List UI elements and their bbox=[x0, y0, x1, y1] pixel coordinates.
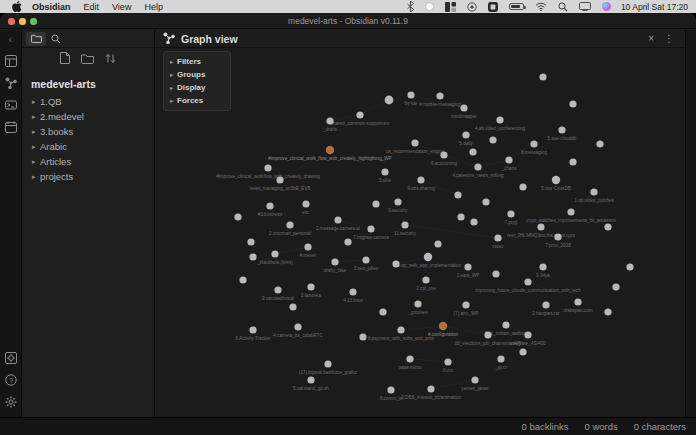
more-options-icon[interactable]: ⋮ bbox=[659, 33, 679, 44]
collapse-arrow-icon[interactable]: ▸ bbox=[32, 98, 40, 106]
quick-switcher-icon[interactable] bbox=[4, 54, 17, 67]
graph-node[interactable] bbox=[554, 233, 561, 240]
tab-search[interactable] bbox=[46, 32, 66, 46]
menu-obsidian[interactable]: Obsidian bbox=[32, 2, 71, 12]
graph-tag-node[interactable] bbox=[326, 146, 334, 154]
graph-node[interactable] bbox=[286, 221, 293, 228]
graph-node[interactable] bbox=[604, 308, 611, 315]
folder-item-3.books[interactable]: ▸3.books bbox=[22, 124, 154, 139]
graph-node[interactable] bbox=[385, 96, 394, 105]
graph-node[interactable] bbox=[496, 116, 503, 123]
graph-node[interactable] bbox=[406, 355, 413, 362]
folder-item-projects[interactable]: ▸projects bbox=[22, 169, 154, 184]
vault-switcher-icon[interactable] bbox=[4, 351, 17, 364]
graph-node[interactable] bbox=[567, 208, 574, 215]
graph-node[interactable] bbox=[444, 358, 451, 365]
graph-node[interactable] bbox=[392, 260, 399, 267]
graph-node[interactable] bbox=[331, 258, 338, 265]
folder-item-1.QB[interactable]: ▸1.QB bbox=[22, 94, 154, 109]
tab-file-explorer[interactable] bbox=[26, 32, 46, 46]
graph-node[interactable] bbox=[482, 198, 489, 205]
graph-node[interactable] bbox=[574, 298, 581, 305]
graph-node[interactable] bbox=[502, 321, 509, 328]
graph-node[interactable] bbox=[274, 286, 281, 293]
graph-node[interactable] bbox=[469, 148, 476, 155]
app-icon[interactable] bbox=[488, 1, 498, 12]
graph-node[interactable] bbox=[266, 202, 273, 209]
graph-node[interactable] bbox=[397, 326, 404, 333]
collapse-arrow-icon[interactable]: ▸ bbox=[32, 143, 40, 151]
graph-node[interactable] bbox=[271, 250, 278, 257]
graph-node[interactable] bbox=[539, 73, 546, 80]
graph-node[interactable] bbox=[537, 223, 544, 230]
graph-node[interactable] bbox=[379, 308, 386, 315]
graph-node[interactable] bbox=[494, 234, 501, 241]
spotlight-search-icon[interactable] bbox=[558, 1, 568, 12]
graph-node[interactable] bbox=[474, 163, 481, 170]
graph-node[interactable] bbox=[294, 323, 301, 330]
collapse-arrow-icon[interactable]: ▸ bbox=[32, 113, 40, 121]
graph-node[interactable] bbox=[519, 183, 526, 190]
graph-node[interactable] bbox=[264, 164, 271, 171]
screen-record-icon[interactable] bbox=[467, 1, 477, 12]
graph-node[interactable] bbox=[234, 213, 241, 220]
graph-node[interactable] bbox=[239, 276, 246, 283]
graph-node[interactable] bbox=[247, 238, 254, 245]
wifi-icon[interactable] bbox=[535, 1, 547, 12]
graph-node[interactable] bbox=[372, 200, 379, 207]
graph-node[interactable] bbox=[434, 240, 441, 247]
graph-node[interactable] bbox=[302, 200, 309, 207]
graph-node[interactable] bbox=[249, 326, 256, 333]
graph-node[interactable] bbox=[542, 301, 549, 308]
graph-node[interactable] bbox=[590, 188, 597, 195]
graph-node[interactable] bbox=[417, 176, 424, 183]
graph-node[interactable] bbox=[558, 126, 565, 133]
graph-node[interactable] bbox=[344, 238, 351, 245]
close-pane-icon[interactable]: × bbox=[643, 33, 659, 44]
graph-node[interactable] bbox=[407, 91, 414, 98]
graph-section-filters[interactable]: ▸Filters bbox=[164, 55, 230, 68]
graph-node[interactable] bbox=[276, 176, 283, 183]
graph-node[interactable] bbox=[552, 176, 560, 184]
graph-node[interactable] bbox=[349, 288, 356, 295]
graph-section-display[interactable]: ▸Display bbox=[164, 81, 230, 94]
open-graph-view-icon[interactable] bbox=[4, 76, 17, 89]
vault-name[interactable]: medevel-arts bbox=[22, 70, 154, 94]
graph-node[interactable] bbox=[401, 221, 408, 228]
apple-menu-icon[interactable] bbox=[12, 2, 22, 12]
graph-node[interactable] bbox=[249, 253, 256, 260]
sort-order-icon[interactable] bbox=[105, 50, 116, 68]
window-tiles-icon[interactable] bbox=[445, 1, 456, 12]
battery-icon[interactable] bbox=[509, 1, 524, 12]
settings-gear-icon[interactable] bbox=[4, 395, 17, 408]
collapse-left-sidebar-icon[interactable]: ‹ bbox=[9, 36, 12, 44]
daily-note-icon[interactable] bbox=[4, 120, 17, 133]
graph-node[interactable] bbox=[356, 111, 363, 118]
graph-node[interactable] bbox=[307, 376, 314, 383]
collapse-arrow-icon[interactable]: ▸ bbox=[32, 128, 40, 136]
graph-node[interactable] bbox=[324, 360, 331, 367]
graph-section-forces[interactable]: ▸Forces bbox=[164, 94, 230, 107]
graph-node[interactable] bbox=[422, 276, 429, 283]
graph-node[interactable] bbox=[596, 140, 603, 147]
graph-node[interactable] bbox=[569, 100, 576, 107]
graph-node[interactable] bbox=[411, 139, 418, 146]
menu-edit[interactable]: Edit bbox=[84, 2, 100, 12]
graph-node[interactable] bbox=[387, 386, 394, 393]
graph-canvas[interactable]: #.mobile-messagingmindmapperby-ideshared… bbox=[155, 48, 683, 417]
graph-node[interactable] bbox=[436, 92, 443, 99]
graph-node[interactable] bbox=[530, 140, 537, 147]
graph-node[interactable] bbox=[464, 263, 471, 270]
folder-item-Arabic[interactable]: ▸Arabic bbox=[22, 139, 154, 154]
graph-node[interactable] bbox=[497, 355, 504, 362]
graph-node[interactable] bbox=[462, 301, 469, 308]
dnd-icon[interactable] bbox=[425, 1, 434, 12]
graph-node[interactable] bbox=[326, 117, 333, 124]
graph-node[interactable] bbox=[626, 263, 633, 270]
graph-node[interactable] bbox=[462, 131, 469, 138]
help-icon[interactable]: ? bbox=[4, 373, 17, 386]
graph-node[interactable] bbox=[505, 156, 512, 163]
graph-node[interactable] bbox=[362, 256, 369, 263]
collapse-arrow-icon[interactable]: ▸ bbox=[32, 158, 40, 166]
folder-item-2.medevel[interactable]: ▸2.medevel bbox=[22, 109, 154, 124]
